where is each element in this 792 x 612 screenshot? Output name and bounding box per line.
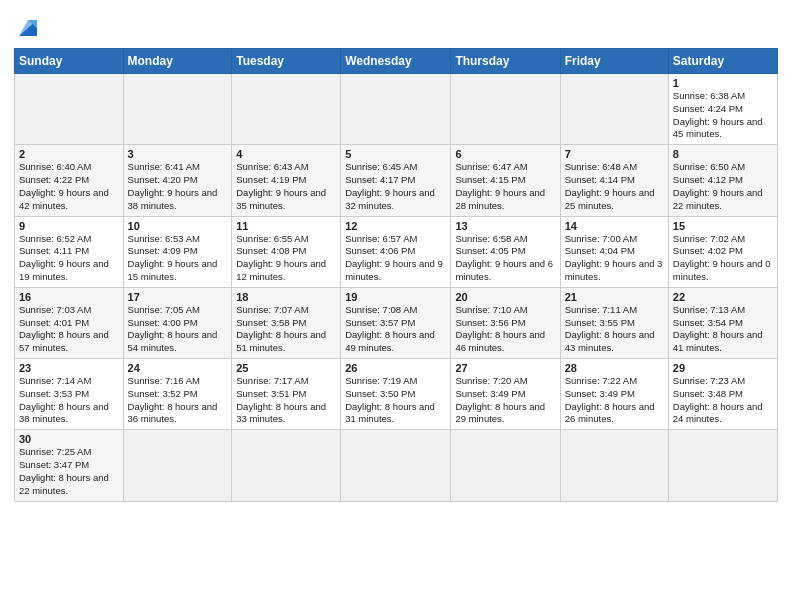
calendar-cell xyxy=(341,430,451,501)
page: SundayMondayTuesdayWednesdayThursdayFrid… xyxy=(0,0,792,612)
day-number: 8 xyxy=(673,148,773,160)
day-number: 27 xyxy=(455,362,555,374)
logo-triangle-icon xyxy=(17,16,39,38)
day-number: 17 xyxy=(128,291,228,303)
day-number: 24 xyxy=(128,362,228,374)
calendar-cell: 9Sunrise: 6:52 AM Sunset: 4:11 PM Daylig… xyxy=(15,216,124,287)
calendar-cell: 2Sunrise: 6:40 AM Sunset: 4:22 PM Daylig… xyxy=(15,145,124,216)
calendar-cell xyxy=(451,74,560,145)
calendar-cell: 27Sunrise: 7:20 AM Sunset: 3:49 PM Dayli… xyxy=(451,359,560,430)
calendar-cell: 14Sunrise: 7:00 AM Sunset: 4:04 PM Dayli… xyxy=(560,216,668,287)
calendar-cell: 25Sunrise: 7:17 AM Sunset: 3:51 PM Dayli… xyxy=(232,359,341,430)
calendar-cell xyxy=(560,430,668,501)
calendar-cell xyxy=(232,74,341,145)
calendar-cell: 26Sunrise: 7:19 AM Sunset: 3:50 PM Dayli… xyxy=(341,359,451,430)
day-info: Sunrise: 7:16 AM Sunset: 3:52 PM Dayligh… xyxy=(128,375,228,426)
day-info: Sunrise: 7:23 AM Sunset: 3:48 PM Dayligh… xyxy=(673,375,773,426)
calendar-cell xyxy=(560,74,668,145)
day-info: Sunrise: 6:41 AM Sunset: 4:20 PM Dayligh… xyxy=(128,161,228,212)
day-info: Sunrise: 7:13 AM Sunset: 3:54 PM Dayligh… xyxy=(673,304,773,355)
day-info: Sunrise: 6:40 AM Sunset: 4:22 PM Dayligh… xyxy=(19,161,119,212)
day-number: 23 xyxy=(19,362,119,374)
day-info: Sunrise: 7:08 AM Sunset: 3:57 PM Dayligh… xyxy=(345,304,446,355)
day-number: 6 xyxy=(455,148,555,160)
day-info: Sunrise: 7:17 AM Sunset: 3:51 PM Dayligh… xyxy=(236,375,336,426)
calendar-week-row: 1Sunrise: 6:38 AM Sunset: 4:24 PM Daylig… xyxy=(15,74,778,145)
calendar-cell: 12Sunrise: 6:57 AM Sunset: 4:06 PM Dayli… xyxy=(341,216,451,287)
calendar-cell: 6Sunrise: 6:47 AM Sunset: 4:15 PM Daylig… xyxy=(451,145,560,216)
day-info: Sunrise: 6:53 AM Sunset: 4:09 PM Dayligh… xyxy=(128,233,228,284)
day-info: Sunrise: 6:45 AM Sunset: 4:17 PM Dayligh… xyxy=(345,161,446,212)
day-info: Sunrise: 6:58 AM Sunset: 4:05 PM Dayligh… xyxy=(455,233,555,284)
calendar-cell xyxy=(15,74,124,145)
header-area xyxy=(14,10,778,42)
calendar-week-row: 30Sunrise: 7:25 AM Sunset: 3:47 PM Dayli… xyxy=(15,430,778,501)
day-number: 5 xyxy=(345,148,446,160)
calendar-cell: 29Sunrise: 7:23 AM Sunset: 3:48 PM Dayli… xyxy=(668,359,777,430)
calendar-cell: 24Sunrise: 7:16 AM Sunset: 3:52 PM Dayli… xyxy=(123,359,232,430)
calendar-cell: 13Sunrise: 6:58 AM Sunset: 4:05 PM Dayli… xyxy=(451,216,560,287)
day-number: 29 xyxy=(673,362,773,374)
day-info: Sunrise: 7:25 AM Sunset: 3:47 PM Dayligh… xyxy=(19,446,119,497)
day-info: Sunrise: 6:57 AM Sunset: 4:06 PM Dayligh… xyxy=(345,233,446,284)
calendar-cell: 3Sunrise: 6:41 AM Sunset: 4:20 PM Daylig… xyxy=(123,145,232,216)
day-info: Sunrise: 7:14 AM Sunset: 3:53 PM Dayligh… xyxy=(19,375,119,426)
calendar-cell xyxy=(123,430,232,501)
day-info: Sunrise: 6:38 AM Sunset: 4:24 PM Dayligh… xyxy=(673,90,773,141)
calendar-cell: 11Sunrise: 6:55 AM Sunset: 4:08 PM Dayli… xyxy=(232,216,341,287)
calendar-week-row: 23Sunrise: 7:14 AM Sunset: 3:53 PM Dayli… xyxy=(15,359,778,430)
calendar-cell: 1Sunrise: 6:38 AM Sunset: 4:24 PM Daylig… xyxy=(668,74,777,145)
calendar-week-row: 16Sunrise: 7:03 AM Sunset: 4:01 PM Dayli… xyxy=(15,287,778,358)
calendar-header-row: SundayMondayTuesdayWednesdayThursdayFrid… xyxy=(15,49,778,74)
day-number: 12 xyxy=(345,220,446,232)
day-info: Sunrise: 6:43 AM Sunset: 4:19 PM Dayligh… xyxy=(236,161,336,212)
day-number: 3 xyxy=(128,148,228,160)
calendar-cell: 8Sunrise: 6:50 AM Sunset: 4:12 PM Daylig… xyxy=(668,145,777,216)
calendar-cell: 22Sunrise: 7:13 AM Sunset: 3:54 PM Dayli… xyxy=(668,287,777,358)
day-number: 25 xyxy=(236,362,336,374)
calendar-cell: 17Sunrise: 7:05 AM Sunset: 4:00 PM Dayli… xyxy=(123,287,232,358)
day-info: Sunrise: 7:11 AM Sunset: 3:55 PM Dayligh… xyxy=(565,304,664,355)
day-info: Sunrise: 6:48 AM Sunset: 4:14 PM Dayligh… xyxy=(565,161,664,212)
day-info: Sunrise: 7:02 AM Sunset: 4:02 PM Dayligh… xyxy=(673,233,773,284)
calendar-week-row: 2Sunrise: 6:40 AM Sunset: 4:22 PM Daylig… xyxy=(15,145,778,216)
day-info: Sunrise: 7:05 AM Sunset: 4:00 PM Dayligh… xyxy=(128,304,228,355)
calendar-table: SundayMondayTuesdayWednesdayThursdayFrid… xyxy=(14,48,778,502)
day-number: 7 xyxy=(565,148,664,160)
day-info: Sunrise: 6:47 AM Sunset: 4:15 PM Dayligh… xyxy=(455,161,555,212)
day-info: Sunrise: 7:19 AM Sunset: 3:50 PM Dayligh… xyxy=(345,375,446,426)
day-number: 16 xyxy=(19,291,119,303)
calendar-cell xyxy=(232,430,341,501)
day-number: 4 xyxy=(236,148,336,160)
day-number: 13 xyxy=(455,220,555,232)
day-number: 19 xyxy=(345,291,446,303)
day-number: 9 xyxy=(19,220,119,232)
day-info: Sunrise: 7:10 AM Sunset: 3:56 PM Dayligh… xyxy=(455,304,555,355)
weekday-header-saturday: Saturday xyxy=(668,49,777,74)
day-number: 30 xyxy=(19,433,119,445)
day-info: Sunrise: 7:20 AM Sunset: 3:49 PM Dayligh… xyxy=(455,375,555,426)
day-info: Sunrise: 7:03 AM Sunset: 4:01 PM Dayligh… xyxy=(19,304,119,355)
day-number: 10 xyxy=(128,220,228,232)
calendar-cell xyxy=(341,74,451,145)
calendar-cell: 28Sunrise: 7:22 AM Sunset: 3:49 PM Dayli… xyxy=(560,359,668,430)
calendar-cell: 5Sunrise: 6:45 AM Sunset: 4:17 PM Daylig… xyxy=(341,145,451,216)
day-number: 15 xyxy=(673,220,773,232)
day-number: 21 xyxy=(565,291,664,303)
calendar-cell: 20Sunrise: 7:10 AM Sunset: 3:56 PM Dayli… xyxy=(451,287,560,358)
day-info: Sunrise: 6:52 AM Sunset: 4:11 PM Dayligh… xyxy=(19,233,119,284)
weekday-header-thursday: Thursday xyxy=(451,49,560,74)
day-number: 22 xyxy=(673,291,773,303)
day-number: 20 xyxy=(455,291,555,303)
weekday-header-monday: Monday xyxy=(123,49,232,74)
calendar-cell: 7Sunrise: 6:48 AM Sunset: 4:14 PM Daylig… xyxy=(560,145,668,216)
logo xyxy=(14,16,39,42)
calendar-cell: 16Sunrise: 7:03 AM Sunset: 4:01 PM Dayli… xyxy=(15,287,124,358)
calendar-cell xyxy=(668,430,777,501)
day-number: 11 xyxy=(236,220,336,232)
calendar-cell: 4Sunrise: 6:43 AM Sunset: 4:19 PM Daylig… xyxy=(232,145,341,216)
day-info: Sunrise: 7:07 AM Sunset: 3:58 PM Dayligh… xyxy=(236,304,336,355)
weekday-header-tuesday: Tuesday xyxy=(232,49,341,74)
calendar-cell: 21Sunrise: 7:11 AM Sunset: 3:55 PM Dayli… xyxy=(560,287,668,358)
weekday-header-friday: Friday xyxy=(560,49,668,74)
